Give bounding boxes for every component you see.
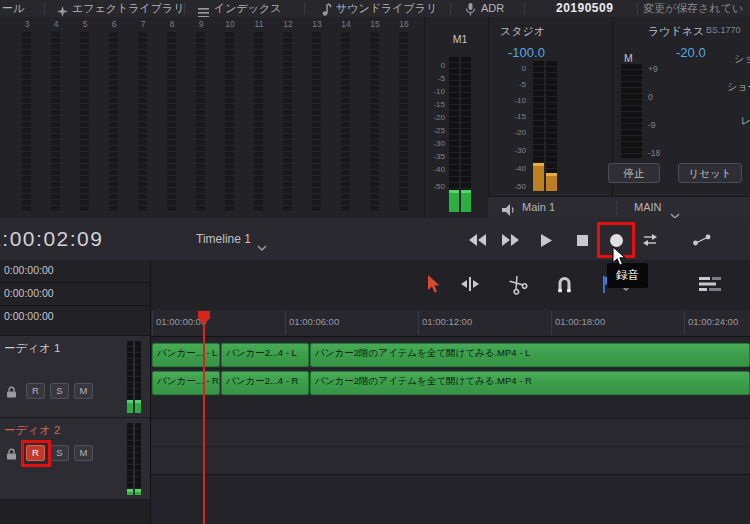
m1-meter-bar [461,57,471,212]
timecode-field[interactable]: 0:00:00:00 [0,283,150,306]
loudness-reset-button[interactable]: リセット [678,163,742,183]
channel-number: 6 [100,19,128,29]
m1-label: M1 [445,33,475,45]
studio-meter-level [546,173,557,191]
menu-separator [44,3,45,14]
channel-meter-bar [254,32,263,212]
loop-button[interactable] [638,229,662,251]
header-column-filler [0,500,150,524]
channel-number: 9 [187,19,215,29]
loudness-scale-label: -18 [648,148,666,158]
track-meter-bar [135,423,141,495]
track-view-options-icon[interactable] [696,272,726,296]
track-meter-bar [127,341,133,413]
loudness-meter-bar [621,64,642,158]
loudness-scale-label: -9 [648,120,666,130]
fast-forward-button[interactable] [498,229,522,251]
studio-scale-label: -10 [492,96,526,105]
ruler-tick [152,311,153,335]
m1-scale-label: -50 [424,182,445,191]
channel-meter-bar [196,32,205,212]
menubar: ール エフェクトライブラリ インデックス サウンドライブラリ ADR 20190… [0,0,750,18]
monitor-source-label[interactable]: Main 1 [522,201,555,213]
audio-clip[interactable]: パンカー... - R [152,371,220,395]
audio-clip[interactable]: パンカー2階のアイテムを全て開けてみる.MP4 - L [310,343,750,367]
channel-meter-bar [138,32,147,212]
timecode-field[interactable]: 0:00:00:00 [0,260,150,283]
ruler-tick [418,311,419,335]
channel-number: 14 [332,19,360,29]
track-meter-level [135,400,141,413]
timecode-display[interactable]: 01:00:02:09 [0,227,103,251]
menu-item-index[interactable]: インデックス [214,0,282,17]
panel-divider [612,17,613,218]
channel-meter-bar [167,32,176,212]
studio-scale-label: -30 [492,146,526,155]
channel-meter-bar [80,32,89,212]
mute-button[interactable]: M [74,383,93,399]
loudness-column-label: ショー [727,80,750,94]
monitoring-bar: Main 1 MAIN [488,196,750,219]
lock-icon[interactable] [6,384,17,402]
studio-meter-bar [546,61,557,191]
loudness-standard: BS.1770 [706,25,741,35]
menu-separator [637,3,638,14]
track-meter-bar [127,423,133,495]
project-title: 20190509 [556,0,613,17]
menu-item-effects-library[interactable]: エフェクトライブラリ [72,0,185,17]
loudness-m-label: M [624,52,633,64]
selection-tool-button[interactable] [422,272,446,296]
lock-icon[interactable] [6,446,17,464]
ruler-tick [285,311,286,335]
channel-meter-bar [399,32,408,212]
solo-button[interactable]: S [50,383,69,399]
studio-scale-label: -5 [492,80,526,89]
studio-title: スタジオ [500,24,545,39]
studio-meter-bar [533,61,544,191]
m1-scale-label: -25 [424,126,445,135]
automation-icon[interactable] [688,229,716,251]
track-lane[interactable] [151,447,750,474]
play-button[interactable] [534,229,558,251]
track-meter-level [127,400,133,413]
m1-scale-label: 0 [424,61,445,70]
track-name[interactable]: ーディオ 1 [4,341,60,356]
m1-scale-label: -20 [424,113,445,122]
channel-number: 12 [274,19,302,29]
menu-item-media-pool[interactable]: ール [2,0,24,17]
record-arm-button[interactable]: R [26,383,45,399]
monitor-bus-selector[interactable]: MAIN [634,201,662,213]
track-lane[interactable] [151,419,750,446]
track-name[interactable]: ーディオ 2 [4,423,60,438]
timeline-selector[interactable]: Timeline 1 [196,232,251,246]
channel-meter-bar [22,32,31,212]
rewind-button[interactable] [466,229,490,251]
menu-item-adr[interactable]: ADR [481,0,504,17]
razor-tool-button[interactable] [506,272,530,296]
loudness-scale-label: 0 [648,92,666,102]
fairlight-window: ール エフェクトライブラリ インデックス サウンドライブラリ ADR 20190… [0,0,750,524]
channel-number: 10 [216,19,244,29]
audio-clip[interactable]: パンカー2...4 - L [221,343,309,367]
audio-clip[interactable]: パンカー2階のアイテムを全て開けてみる.MP4 - R [310,371,750,395]
monitor-divider [616,201,617,215]
stop-button[interactable] [570,229,594,251]
snap-magnet-button[interactable] [552,272,576,296]
chevron-down-icon[interactable] [257,237,267,255]
audio-clip[interactable]: パンカー2...4 - R [221,371,309,395]
loudness-stop-button[interactable]: 停止 [608,163,660,183]
m1-scale-label: -40 [424,165,445,174]
channel-meter-bar [370,32,379,212]
timecode-field[interactable]: 0:00:00:00 [0,306,150,336]
mute-button[interactable]: M [74,445,93,461]
loudness-column-label: ショ [734,52,750,66]
playhead-line[interactable] [203,312,205,524]
audio-clip[interactable]: パンカー... - L [152,343,220,367]
trim-tool-button[interactable] [458,272,482,296]
track-meter-level [135,489,141,495]
m1-scale-label: -35 [424,152,445,161]
solo-button[interactable]: S [50,445,69,461]
loudness-title: ラウドネス [648,24,704,39]
studio-meter-level [533,163,544,191]
menu-item-sound-library[interactable]: サウンドライブラリ [336,0,437,17]
